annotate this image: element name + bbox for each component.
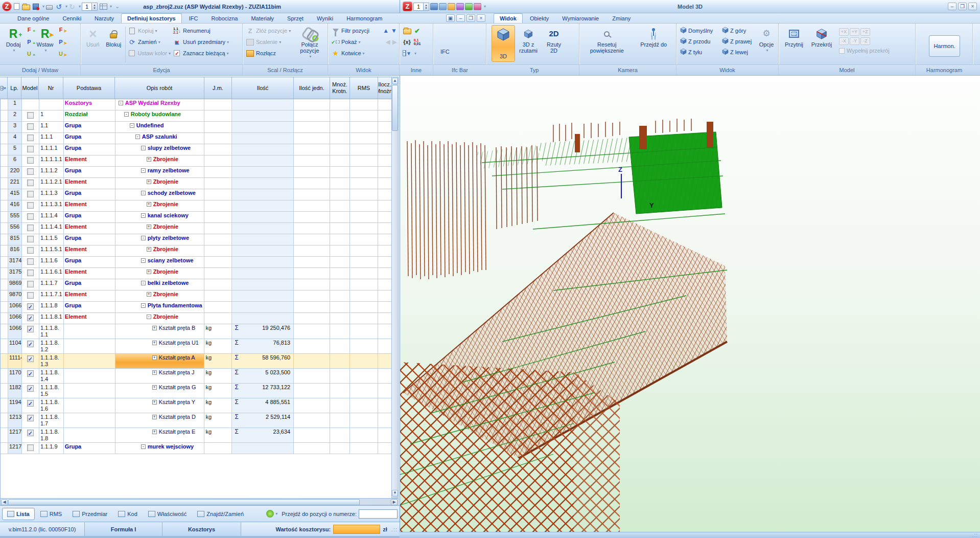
renumeruj-button[interactable]: 1.12.1↓Renumeruj (172, 25, 241, 36)
col-header-mnoz[interactable]: Mnoż. Krotn. (330, 77, 350, 99)
bottom-tab-rms[interactable]: RMS (35, 508, 67, 520)
pokaz-button[interactable]: ✓Pokaż▾ ◀▶ (330, 36, 398, 48)
model-checkbox[interactable]: ✓ (27, 385, 34, 392)
tab-sprzęt[interactable]: Sprzęt (281, 13, 310, 23)
row-selector[interactable] (1, 324, 8, 339)
view-z-góry-button[interactable]: Z góry (720, 25, 756, 36)
table-row[interactable]: 2201.1.1.2Grupa-ramy zelbetowe (1, 167, 391, 178)
scroll-left-icon[interactable]: ◀ (1, 499, 8, 505)
tree-expander-icon[interactable]: + (147, 225, 151, 229)
view-tool-icon-3[interactable] (448, 3, 455, 10)
sum-sigma-icon[interactable]: Σ (233, 354, 238, 368)
table-row[interactable]: 4161.1.1.3.1Element+Zbrojenie (1, 200, 391, 212)
bottom-tab-kod[interactable]: Kod (113, 508, 143, 520)
right-resize-grip[interactable]: .:: (972, 532, 978, 538)
tree-expander-icon[interactable]: + (152, 430, 157, 434)
model-checkbox[interactable] (27, 112, 34, 119)
filtr-pozycji-button[interactable]: Filtr pozycji ▲▼ (330, 25, 398, 36)
tree-expander-icon[interactable]: + (147, 202, 151, 207)
row-selector[interactable] (1, 369, 8, 383)
rozlacz-button[interactable]: Rozłącz (245, 48, 295, 59)
view-z-prawej-button[interactable]: Z prawej (720, 36, 756, 47)
scroll-up-icon[interactable]: ▲ (392, 78, 398, 84)
table-row[interactable]: 11940✓1.1.1.8.1.6+Kształt pręta YkgΣ4 88… (1, 398, 391, 413)
harmon-button[interactable]: Harmon. (929, 35, 960, 57)
view-z-tyłu-button[interactable]: Z tyłu (679, 47, 720, 57)
row-selector[interactable] (1, 413, 8, 428)
row-selector[interactable] (1, 122, 8, 132)
model-checkbox[interactable] (27, 123, 34, 130)
model-checkbox[interactable]: ✓ (27, 341, 34, 347)
row-selector[interactable] (1, 354, 8, 368)
tree-expander-icon[interactable]: - (141, 236, 146, 240)
tree-expander-icon[interactable]: - (124, 112, 129, 117)
row-selector[interactable] (1, 133, 8, 144)
row-selector[interactable] (1, 144, 8, 155)
tree-expander-icon[interactable]: + (152, 400, 157, 405)
mdi-restore-button[interactable]: ❐ (466, 14, 475, 22)
insert-u-icon[interactable]: U➤ (57, 50, 65, 58)
tree-expander-icon[interactable]: - (130, 123, 134, 128)
table-vscrollbar[interactable]: ▲ ▼ (391, 77, 399, 498)
model-checkbox[interactable] (27, 180, 34, 186)
mdi-close-button[interactable]: × (477, 14, 485, 22)
model-checkbox[interactable] (27, 168, 34, 175)
model-checkbox[interactable]: ✓ (27, 355, 34, 362)
model3d-logo-icon[interactable]: Z (403, 2, 412, 11)
usun-button[interactable]: × Usuń (83, 25, 103, 49)
row-selector[interactable] (1, 384, 8, 398)
table-row[interactable]: 8151.1.1.5Grupa-plyty zelbetowe (1, 234, 391, 245)
row-selector[interactable] (1, 155, 8, 166)
sum-sigma-icon[interactable]: Σ (233, 414, 238, 427)
zloz-pozycje-button[interactable]: ZZłóż pozycje▾ (245, 25, 295, 36)
model-page-spinner[interactable]: 1▲▼ (413, 3, 429, 11)
col-header-ilocz[interactable]: Ilocz. Mnożn. (378, 77, 391, 99)
axis-plus-x-button[interactable]: +X (839, 28, 849, 36)
resetuj-powiekszenie-button[interactable]: Resetuj powiększenie (587, 25, 627, 55)
model-checkbox[interactable]: ✓ (27, 315, 34, 321)
tab-narzuty[interactable]: Narzuty (88, 13, 120, 23)
view-rzuty-2d-button[interactable]: 2D Rzuty 2D (542, 25, 566, 55)
model-checkbox[interactable] (27, 134, 34, 141)
tree-expander-icon[interactable]: + (147, 292, 151, 297)
axis-plus-y-button[interactable]: +Y (850, 28, 859, 36)
row-selector[interactable] (1, 234, 8, 245)
usun-przedmiary-button[interactable]: ◣×Usuń przedmiary▾ (172, 36, 241, 48)
model-checkbox[interactable] (27, 444, 34, 451)
model-checkbox[interactable]: ✓ (27, 326, 34, 332)
row-selector[interactable] (1, 99, 8, 110)
tab-dane-ogólne[interactable]: Dane ogólne (11, 13, 55, 23)
insert-f-icon[interactable]: F➤ (57, 26, 65, 34)
model-checkbox[interactable]: ✓ (27, 415, 34, 421)
new-file-icon[interactable] (12, 2, 21, 11)
tree-expander-icon[interactable]: - (141, 303, 146, 308)
view-tool-icon-1[interactable] (430, 3, 438, 10)
view-tool-icon-5[interactable] (465, 3, 473, 10)
col-header-lp[interactable]: Lp. (8, 77, 21, 99)
table-row[interactable]: 8161.1.1.5.1Element+Zbrojenie (1, 245, 391, 257)
table-row[interactable]: 4151.1.1.3Grupa-schody zelbetowe (1, 189, 391, 200)
add-f-icon[interactable]: F+ (25, 26, 33, 34)
tree-expander-icon[interactable]: + (152, 415, 157, 419)
decimal-precision-icon[interactable]: 0,10,01 (413, 38, 422, 46)
model-checkbox[interactable] (27, 292, 34, 299)
col-header-ilosc[interactable]: Ilość (232, 77, 294, 99)
wypelnij-przekroj-checkbox[interactable]: Wypełnij przekrój (839, 48, 890, 54)
model-checkbox[interactable]: ✓ (27, 303, 34, 310)
row-selector[interactable] (1, 212, 8, 222)
przejdz-do-button[interactable]: Przejdź do (637, 25, 670, 49)
bottom-tab-właściwość[interactable]: Właściwość (143, 508, 192, 520)
ifc-bar-label[interactable]: IFC (440, 49, 450, 55)
accept-icon[interactable]: ✔ (413, 27, 422, 35)
col-header-podstawa[interactable]: Podstawa (63, 77, 115, 99)
model-checkbox[interactable]: ✓ (27, 400, 34, 407)
sum-sigma-icon[interactable]: Σ (233, 369, 238, 383)
model3d-viewport[interactable]: Z Y (400, 76, 980, 532)
tree-expander-icon[interactable]: - (135, 134, 140, 139)
table-row[interactable]: 11114✓1.1.1.8.1.3+Kształt pręta AkgΣ58 5… (1, 354, 391, 369)
przekroj-button[interactable]: Przekrój (807, 25, 836, 49)
table-row[interactable]: 10668✓1.1.1.8.1.1+Kształt pręta BkgΣ19 2… (1, 324, 391, 339)
model-checkbox[interactable]: ✓ (27, 370, 34, 377)
filter-up-icon[interactable]: ▲ (383, 28, 389, 34)
model3d-minimize-button[interactable]: – (948, 3, 956, 10)
